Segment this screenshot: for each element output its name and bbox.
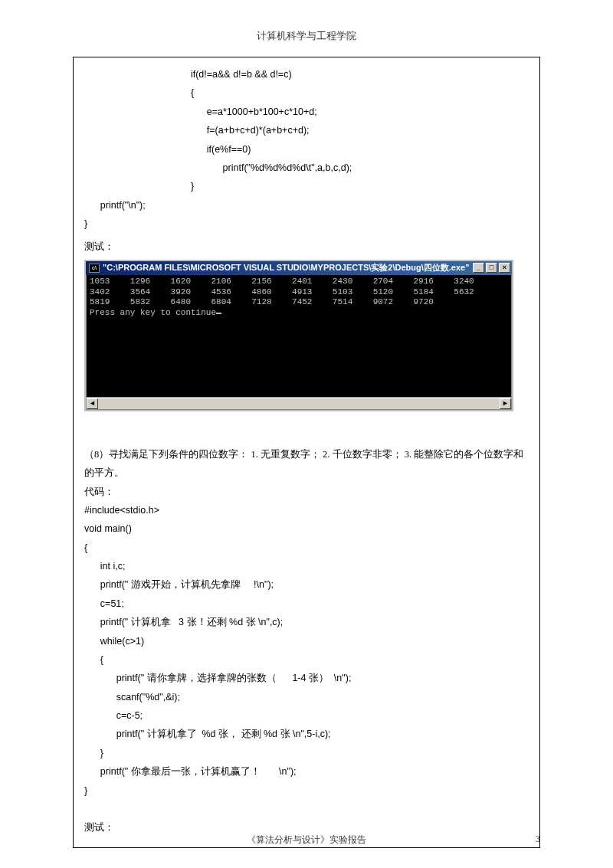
code-line: c=c-5;: [84, 706, 529, 725]
code-line: }: [84, 781, 529, 800]
code-line: void main(): [84, 519, 529, 538]
maximize-button[interactable]: □: [486, 263, 497, 273]
code-line: {: [84, 539, 529, 557]
code-line: f=(a+b+c+d)*(a+b+c+d);: [84, 121, 529, 139]
code-line: printf("\n");: [84, 196, 529, 215]
console-output-row: 3402 3564 3920 4536 4860 4913 5103 5120 …: [90, 287, 508, 298]
code-line: e=a*1000+b*100+c*10+d;: [84, 103, 529, 121]
minimize-button[interactable]: _: [473, 263, 484, 273]
code-line: }: [84, 215, 529, 233]
code-line: printf(" 计算机拿 3 张！还剩 %d 张 \n",c);: [84, 613, 529, 631]
code-line: {: [84, 650, 529, 669]
console-output-row: 5819 5832 6480 6804 7128 7452 7514 9072 …: [90, 297, 508, 308]
close-button[interactable]: ×: [499, 263, 510, 273]
code-line: if(e%f==0): [84, 140, 529, 159]
console-title: "C:\PROGRAM FILES\MICROSOFT VISUAL STUDI…: [103, 260, 473, 276]
console-body: 1053 1296 1620 2106 2156 2401 2430 2704 …: [86, 275, 512, 398]
code-line: #include<stdio.h>: [84, 501, 529, 519]
code-line: while(c>1): [84, 632, 529, 650]
page: 计算机科学与工程学院 if(d!=a&& d!=b && d!=c) { e=a…: [0, 0, 613, 848]
code-line: }: [84, 744, 529, 762]
console-window: c\ "C:\PROGRAM FILES\MICROSOFT VISUAL ST…: [84, 260, 513, 411]
code-line: {: [84, 84, 529, 102]
code-line: scanf("%d",&i);: [84, 688, 529, 706]
cmd-icon: c\: [89, 264, 100, 273]
code-line: printf("%d%d%d%d\t",a,b,c,d);: [84, 159, 529, 177]
console-scrollbar[interactable]: ◄ ►: [86, 398, 512, 410]
code-line: printf(" 计算机拿了 %d 张， 还剩 %d 张 \n",5-i,c);: [84, 725, 529, 743]
code-line: printf(" 游戏开始，计算机先拿牌 !\n");: [84, 575, 529, 594]
code-line: c=51;: [84, 594, 529, 613]
content-box: if(d!=a&& d!=b && d!=c) { e=a*1000+b*100…: [73, 57, 540, 848]
footer-title: 《算法分析与设计》实验报告: [0, 834, 613, 847]
scroll-right-icon[interactable]: ►: [500, 398, 511, 409]
code-line: if(d!=a&& d!=b && d!=c): [84, 65, 529, 84]
cursor-icon: [216, 313, 221, 314]
test-label: 测试：: [84, 237, 529, 256]
scroll-left-icon[interactable]: ◄: [87, 398, 98, 409]
page-header: 计算机科学与工程学院: [73, 29, 540, 43]
console-output-row: 1053 1296 1620 2106 2156 2401 2430 2704 …: [90, 277, 508, 287]
code-line: }: [84, 177, 529, 195]
code-line: int i,c;: [84, 557, 529, 575]
problem-8-text: （8）寻找满足下列条件的四位数字： 1. 无重复数字； 2. 千位数字非零； 3…: [84, 445, 529, 483]
code-label: 代码：: [84, 483, 529, 501]
page-footer: 《算法分析与设计》实验报告 3: [0, 834, 613, 845]
console-continue: Press any key to continue: [90, 308, 508, 319]
code-line: printf(" 你拿最后一张，计算机赢了！ \n");: [84, 762, 529, 781]
console-titlebar: c\ "C:\PROGRAM FILES\MICROSOFT VISUAL ST…: [86, 261, 512, 275]
code-line: printf(" 请你拿牌，选择拿牌的张数（ 1-4 张） \n");: [84, 669, 529, 687]
